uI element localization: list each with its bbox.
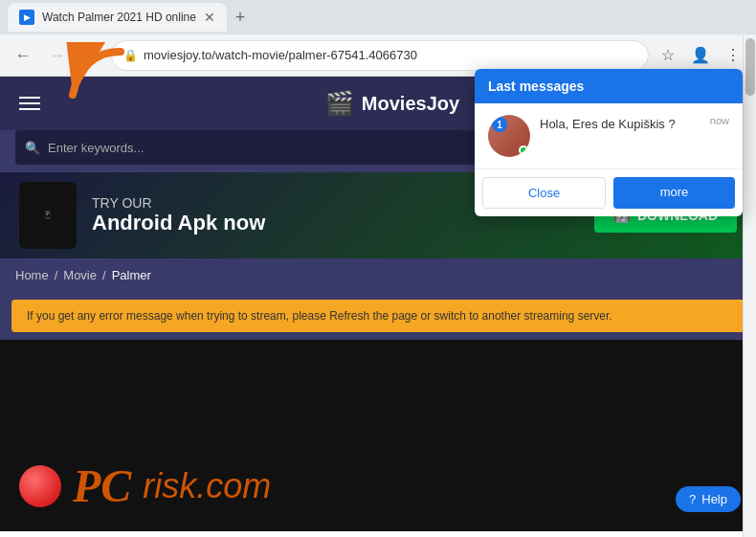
ad-text: TRY OUR Android Apk now [92, 195, 265, 235]
close-label: Close [528, 186, 560, 200]
help-icon: ? [689, 492, 696, 506]
video-area[interactable]: PC risk.com ? Help [0, 340, 756, 531]
chat-user-num: 1 [492, 117, 507, 132]
back-button[interactable]: ← [8, 40, 38, 71]
bookmark-button[interactable]: ☆ [653, 40, 683, 71]
reload-button[interactable]: ↻ [77, 40, 107, 71]
more-label: more [660, 185, 689, 199]
help-button[interactable]: ? Help [676, 486, 741, 512]
chat-header-text: Last messages [488, 78, 584, 94]
hamburger-menu[interactable] [15, 93, 44, 114]
breadcrumb-home[interactable]: Home [15, 268, 49, 282]
browser-window: ▶ Watch Palmer 2021 HD online ✕ + ← → ↻ … [0, 0, 756, 537]
scrollbar-thumb[interactable] [745, 38, 755, 96]
scrollbar[interactable] [743, 34, 756, 537]
hamburger-line-1 [19, 97, 40, 99]
tab-title: Watch Palmer 2021 HD online [42, 11, 196, 24]
warning-text: If you get any error message when trying… [27, 309, 612, 323]
search-placeholder: Enter keywords... [48, 141, 144, 155]
chat-actions: Close more [475, 169, 743, 216]
search-icon: 🔍 [25, 141, 40, 155]
chat-more-button[interactable]: more [613, 177, 735, 209]
hamburger-line-2 [19, 102, 40, 104]
ad-app-name: Android Apk now [92, 211, 265, 235]
tab-favicon: ▶ [19, 10, 34, 25]
watermark-risk: risk.com [143, 466, 271, 506]
breadcrumb-current: Palmer [112, 268, 151, 282]
url-text: moviesjoy.to/watch-movie/palmer-67541.40… [144, 48, 636, 62]
address-bar[interactable]: 🔒 moviesjoy.to/watch-movie/palmer-67541.… [111, 40, 649, 71]
warning-bar: If you get any error message when trying… [11, 300, 745, 332]
chat-popup: Last messages 1 Hola, Eres de Kupiškis ?… [475, 69, 743, 216]
chat-header: Last messages [475, 69, 743, 103]
help-label: Help [701, 492, 727, 506]
breadcrumb-sep2: / [102, 268, 106, 282]
hamburger-line-3 [19, 108, 40, 110]
tab-bar: ▶ Watch Palmer 2021 HD online ✕ + [0, 0, 756, 34]
account-button[interactable]: 👤 [685, 40, 716, 71]
forward-button[interactable]: → [42, 40, 73, 71]
logo-icon: 🎬 [325, 90, 354, 117]
breadcrumb: Home / Movie / Palmer [0, 258, 756, 292]
lock-icon: 🔒 [123, 49, 138, 62]
breadcrumb-movie[interactable]: Movie [63, 268, 97, 282]
site-logo: 🎬 MoviesJoy [325, 90, 459, 117]
tab-close[interactable]: ✕ [204, 10, 215, 25]
online-dot [519, 145, 528, 155]
watermark-pc: PC [73, 459, 131, 512]
chat-message-text: Hola, Eres de Kupiškis ? [540, 117, 700, 131]
chat-close-button[interactable]: Close [482, 177, 606, 209]
chat-text-area: Hola, Eres de Kupiškis ? [540, 115, 700, 131]
new-tab-button[interactable]: + [227, 4, 254, 31]
ad-phone-mockup: 📱 [19, 182, 77, 249]
pac-ball-icon [19, 465, 61, 507]
chat-avatar: 1 [488, 115, 530, 157]
ad-left: 📱 TRY OUR Android Apk now [19, 182, 265, 249]
active-tab[interactable]: ▶ Watch Palmer 2021 HD online ✕ [8, 3, 227, 32]
watermark: PC risk.com [19, 459, 271, 512]
chat-message: 1 Hola, Eres de Kupiškis ? now [475, 103, 743, 169]
chat-time: now [710, 115, 729, 126]
nav-actions: ☆ 👤 ⋮ [653, 40, 748, 71]
logo-text: MoviesJoy [362, 93, 459, 115]
breadcrumb-sep1: / [55, 268, 58, 282]
ad-try-text: TRY OUR [92, 195, 265, 211]
